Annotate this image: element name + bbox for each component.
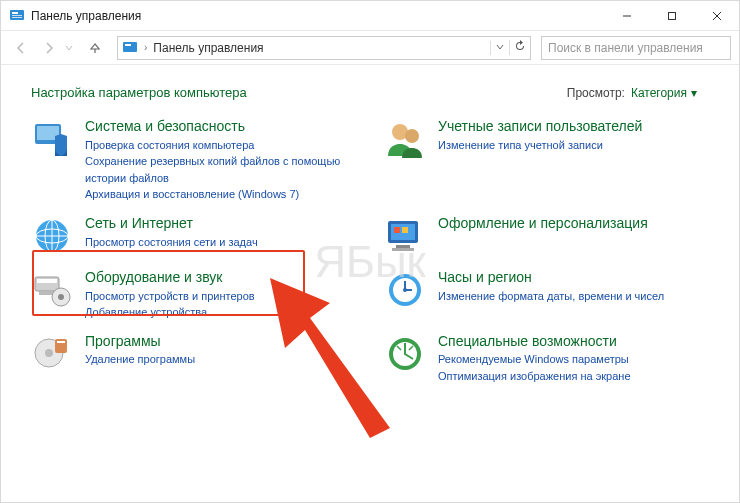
back-button[interactable] — [9, 36, 33, 60]
svg-rect-21 — [396, 245, 410, 248]
forward-button[interactable] — [37, 36, 61, 60]
breadcrumb[interactable]: Панель управления — [153, 41, 263, 55]
hardware-sound-icon — [31, 269, 73, 311]
svg-rect-2 — [12, 15, 22, 16]
search-box[interactable] — [541, 36, 731, 60]
svg-rect-3 — [12, 17, 22, 18]
up-button[interactable] — [83, 36, 107, 60]
svg-rect-9 — [125, 44, 131, 46]
category-title[interactable]: Специальные возможности — [438, 333, 631, 350]
category-title[interactable]: Сеть и Интернет — [85, 215, 258, 232]
clock-region-icon — [384, 269, 426, 311]
svg-rect-5 — [668, 12, 675, 19]
title-bar: Панель управления — [1, 1, 739, 31]
svg-point-36 — [45, 349, 53, 357]
category-title[interactable]: Оформление и персонализация — [438, 215, 648, 232]
category-link[interactable]: Просмотр устройств и принтеров — [85, 288, 255, 305]
user-accounts-icon — [384, 118, 426, 160]
category-network-internet: Сеть и Интернет Просмотр состояния сети … — [31, 215, 356, 257]
category-link[interactable]: Изменение формата даты, времени и чисел — [438, 288, 664, 305]
svg-rect-24 — [402, 227, 408, 233]
svg-rect-1 — [12, 12, 18, 14]
chevron-down-icon: ▾ — [691, 86, 697, 100]
category-title[interactable]: Учетные записи пользователей — [438, 118, 642, 135]
category-link[interactable]: Сохранение резервных копий файлов с помо… — [85, 153, 356, 186]
svg-rect-8 — [123, 42, 137, 52]
category-ease-of-access: Специальные возможности Рекомендуемые Wi… — [384, 333, 709, 385]
svg-point-13 — [405, 129, 419, 143]
close-button[interactable] — [694, 1, 739, 31]
category-programs: Программы Удаление программы — [31, 333, 356, 385]
category-link[interactable]: Оптимизация изображения на экране — [438, 368, 631, 385]
category-title[interactable]: Система и безопасность — [85, 118, 356, 135]
control-panel-icon — [122, 40, 138, 56]
ease-of-access-icon — [384, 333, 426, 375]
category-title[interactable]: Оборудование и звук — [85, 269, 255, 286]
svg-rect-23 — [394, 227, 400, 233]
svg-point-29 — [58, 294, 64, 300]
page-heading: Настройка параметров компьютера — [31, 85, 567, 100]
search-input[interactable] — [548, 41, 724, 55]
network-internet-icon — [31, 215, 73, 257]
programs-icon — [31, 333, 73, 375]
chevron-right-icon[interactable]: › — [142, 42, 149, 53]
category-link[interactable]: Архивация и восстановление (Windows 7) — [85, 186, 356, 203]
category-link[interactable]: Добавление устройства — [85, 304, 255, 321]
view-by-label: Просмотр: — [567, 86, 625, 100]
svg-point-34 — [403, 288, 407, 292]
category-hardware-sound: Оборудование и звук Просмотр устройств и… — [31, 269, 356, 321]
category-link[interactable]: Просмотр состояния сети и задач — [85, 234, 258, 251]
view-by-dropdown[interactable]: Категория ▾ — [631, 86, 697, 100]
category-title[interactable]: Часы и регион — [438, 269, 664, 286]
category-user-accounts: Учетные записи пользователей Изменение т… — [384, 118, 709, 203]
address-history-dropdown[interactable] — [490, 41, 505, 55]
maximize-button[interactable] — [649, 1, 694, 31]
address-bar[interactable]: › Панель управления — [117, 36, 531, 60]
refresh-button[interactable] — [509, 40, 526, 55]
svg-rect-38 — [57, 341, 65, 343]
window-title: Панель управления — [31, 9, 604, 23]
content-area: Настройка параметров компьютера Просмотр… — [1, 65, 739, 394]
svg-rect-26 — [37, 279, 57, 283]
nav-bar: › Панель управления — [1, 31, 739, 65]
category-link[interactable]: Проверка состояния компьютера — [85, 137, 356, 154]
category-clock-region: Часы и регион Изменение формата даты, вр… — [384, 269, 709, 321]
svg-rect-22 — [392, 248, 414, 251]
recent-dropdown[interactable] — [65, 41, 79, 55]
category-system-security: Система и безопасность Проверка состояни… — [31, 118, 356, 203]
category-link[interactable]: Изменение типа учетной записи — [438, 137, 642, 154]
system-security-icon — [31, 118, 73, 160]
category-link[interactable]: Рекомендуемые Windows параметры — [438, 351, 631, 368]
category-title[interactable]: Программы — [85, 333, 195, 350]
category-link[interactable]: Удаление программы — [85, 351, 195, 368]
control-panel-icon — [9, 8, 25, 24]
category-appearance-personalization: Оформление и персонализация — [384, 215, 709, 257]
appearance-icon — [384, 215, 426, 257]
minimize-button[interactable] — [604, 1, 649, 31]
